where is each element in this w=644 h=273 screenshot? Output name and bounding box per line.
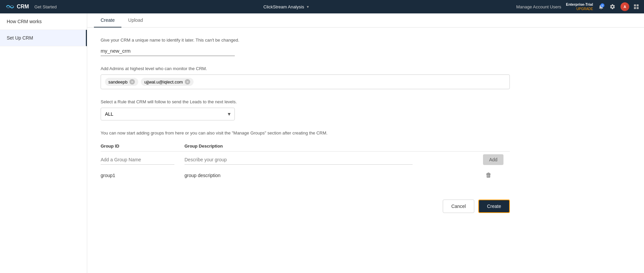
workspace-name: ClickStream Analysis <box>263 4 304 9</box>
rule-select[interactable]: ALL ANY <box>101 108 235 120</box>
add-group-desc-input[interactable] <box>184 155 413 165</box>
footer-actions: Cancel Create <box>101 193 510 220</box>
notification-count: 0 <box>600 3 604 7</box>
groups-table: Group ID Group Description <box>101 141 510 183</box>
delete-group-button[interactable]: 🗑 <box>483 170 494 180</box>
remove-admin-ujjwal[interactable]: ✕ <box>185 79 190 85</box>
logo-text: CRM <box>17 4 29 10</box>
rule-select-wrapper: ALL ANY ▼ <box>101 108 235 120</box>
avatar[interactable]: A <box>621 2 629 11</box>
top-navigation: CRM Get Started ClickStream Analysis ▼ M… <box>0 0 644 13</box>
upgrade-link[interactable]: UPGRADE <box>577 7 593 11</box>
admins-label: Add Admins at highest level who can moni… <box>101 66 510 71</box>
groups-note: You can now start adding groups from her… <box>101 130 510 135</box>
create-button[interactable]: Create <box>478 200 510 213</box>
add-group-button[interactable]: Add <box>483 154 503 165</box>
admins-container[interactable]: sandeepb ✕ ujjwal.u@iqlect.com ✕ <box>101 74 510 89</box>
sidebar-item-label: Set Up CRM <box>7 35 33 41</box>
sidebar-item-label: How CRM works <box>7 19 42 24</box>
add-group-row: Add <box>101 152 510 168</box>
tab-bar: Create Upload <box>87 13 644 28</box>
cancel-button[interactable]: Cancel <box>443 200 474 213</box>
manage-users-link[interactable]: Manage Account Users <box>516 4 561 9</box>
apps-icon[interactable] <box>634 4 639 9</box>
rule-label: Select a Rule that CRM will follow to se… <box>101 99 510 104</box>
enterprise-tier: Enterprise-Trial <box>566 2 593 7</box>
settings-icon[interactable] <box>609 3 616 10</box>
col-group-desc: Group Description <box>184 141 483 152</box>
col-group-id: Group ID <box>101 141 184 152</box>
crm-name-group: Give your CRM a unique name to identify … <box>101 38 510 56</box>
groups-group: You can now start adding groups from her… <box>101 130 510 183</box>
sidebar: How CRM works Set Up CRM <box>0 13 87 273</box>
notifications-icon[interactable]: 0 <box>598 3 604 10</box>
admin-tag-ujjwal: ujjwal.u@iqlect.com ✕ <box>141 78 194 86</box>
remove-admin-sandeepb[interactable]: ✕ <box>129 79 135 85</box>
group-id-cell: group1 <box>101 168 184 183</box>
main-content: Create Upload Give your CRM a unique nam… <box>87 13 644 273</box>
crm-name-label: Give your CRM a unique name to identify … <box>101 38 510 43</box>
admin-tag-sandeepb: sandeepb ✕ <box>105 78 138 86</box>
sidebar-item-how-crm-works[interactable]: How CRM works <box>0 13 87 30</box>
logo: CRM <box>5 3 29 10</box>
tab-create[interactable]: Create <box>94 13 121 28</box>
workspace-selector[interactable]: ClickStream Analysis ▼ <box>263 4 309 9</box>
sidebar-item-set-up-crm[interactable]: Set Up CRM <box>0 30 87 46</box>
admins-group: Add Admins at highest level who can moni… <box>101 66 510 89</box>
table-row: group1 group description 🗑 <box>101 168 510 183</box>
group-desc-cell: group description <box>184 168 483 183</box>
admin-tag-label: ujjwal.u@iqlect.com <box>144 79 183 85</box>
admin-tag-label: sandeepb <box>108 79 127 85</box>
enterprise-badge: Enterprise-Trial UPGRADE <box>566 2 593 11</box>
get-started-link[interactable]: Get Started <box>34 4 56 9</box>
tab-upload[interactable]: Upload <box>121 13 150 28</box>
rule-group: Select a Rule that CRM will follow to se… <box>101 99 510 120</box>
form-area: Give your CRM a unique name to identify … <box>87 28 523 230</box>
chevron-down-icon: ▼ <box>306 5 310 9</box>
add-group-name-input[interactable] <box>101 155 174 165</box>
crm-name-input[interactable] <box>101 46 235 56</box>
